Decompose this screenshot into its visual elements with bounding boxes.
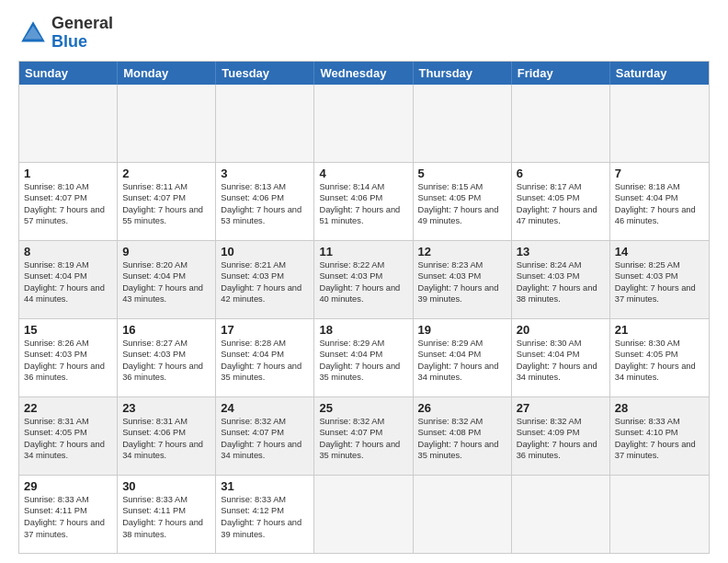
sunset-text: Sunset: 4:04 PM xyxy=(418,349,506,361)
sunrise-text: Sunrise: 8:20 AM xyxy=(122,259,210,271)
calendar-cell xyxy=(19,85,118,162)
calendar-cell: 13 Sunrise: 8:24 AM Sunset: 4:03 PM Dayl… xyxy=(512,241,610,318)
sunrise-text: Sunrise: 8:11 AM xyxy=(122,181,210,193)
daylight-text: Daylight: 7 hours and 39 minutes. xyxy=(418,282,506,305)
sunrise-text: Sunrise: 8:18 AM xyxy=(615,181,704,193)
daylight-text: Daylight: 7 hours and 35 minutes. xyxy=(319,439,407,462)
day-number: 14 xyxy=(615,245,704,259)
calendar-cell: 9 Sunrise: 8:20 AM Sunset: 4:04 PM Dayli… xyxy=(118,241,216,318)
calendar-cell: 31 Sunrise: 8:33 AM Sunset: 4:12 PM Dayl… xyxy=(216,476,314,553)
sunset-text: Sunset: 4:08 PM xyxy=(418,427,506,439)
sunset-text: Sunset: 4:05 PM xyxy=(24,427,112,439)
daylight-text: Daylight: 7 hours and 55 minutes. xyxy=(122,204,210,227)
calendar-header: Sunday Monday Tuesday Wednesday Thursday… xyxy=(19,62,709,85)
daylight-text: Daylight: 7 hours and 38 minutes. xyxy=(517,282,605,305)
day-number: 29 xyxy=(24,479,112,493)
sunrise-text: Sunrise: 8:31 AM xyxy=(24,416,112,428)
calendar-cell: 2 Sunrise: 8:11 AM Sunset: 4:07 PM Dayli… xyxy=(118,163,216,240)
calendar-cell: 30 Sunrise: 8:33 AM Sunset: 4:11 PM Dayl… xyxy=(118,476,216,553)
calendar-cell: 25 Sunrise: 8:32 AM Sunset: 4:07 PM Dayl… xyxy=(314,397,413,475)
day-number: 24 xyxy=(221,401,309,415)
day-number: 21 xyxy=(615,323,704,337)
sunrise-text: Sunrise: 8:32 AM xyxy=(221,416,309,428)
calendar-cell: 18 Sunrise: 8:29 AM Sunset: 4:04 PM Dayl… xyxy=(314,319,413,396)
daylight-text: Daylight: 7 hours and 44 minutes. xyxy=(24,282,112,305)
sunrise-text: Sunrise: 8:27 AM xyxy=(122,338,210,350)
sunset-text: Sunset: 4:04 PM xyxy=(24,270,112,282)
sunset-text: Sunset: 4:07 PM xyxy=(24,192,112,204)
calendar-row-0 xyxy=(19,85,709,162)
sunrise-text: Sunrise: 8:33 AM xyxy=(122,494,210,506)
sunset-text: Sunset: 4:04 PM xyxy=(615,192,704,204)
calendar-cell: 24 Sunrise: 8:32 AM Sunset: 4:07 PM Dayl… xyxy=(216,397,314,475)
daylight-text: Daylight: 7 hours and 47 minutes. xyxy=(517,204,605,227)
calendar-cell xyxy=(610,85,709,162)
day-number: 7 xyxy=(615,167,704,180)
day-number: 15 xyxy=(24,323,112,337)
sunrise-text: Sunrise: 8:25 AM xyxy=(615,259,704,271)
daylight-text: Daylight: 7 hours and 34 minutes. xyxy=(418,361,506,384)
daylight-text: Daylight: 7 hours and 34 minutes. xyxy=(24,439,112,462)
daylight-text: Daylight: 7 hours and 53 minutes. xyxy=(221,204,309,227)
daylight-text: Daylight: 7 hours and 42 minutes. xyxy=(221,282,309,305)
calendar-cell: 8 Sunrise: 8:19 AM Sunset: 4:04 PM Dayli… xyxy=(19,241,118,318)
sunset-text: Sunset: 4:07 PM xyxy=(221,427,309,439)
day-number: 16 xyxy=(122,323,210,337)
daylight-text: Daylight: 7 hours and 49 minutes. xyxy=(418,204,506,227)
calendar-cell xyxy=(118,85,216,162)
sunrise-text: Sunrise: 8:15 AM xyxy=(418,181,506,193)
calendar-cell: 5 Sunrise: 8:15 AM Sunset: 4:05 PM Dayli… xyxy=(414,163,512,240)
daylight-text: Daylight: 7 hours and 36 minutes. xyxy=(517,439,605,462)
sunset-text: Sunset: 4:04 PM xyxy=(517,349,605,361)
calendar-cell: 26 Sunrise: 8:32 AM Sunset: 4:08 PM Dayl… xyxy=(414,397,512,475)
sunset-text: Sunset: 4:04 PM xyxy=(319,349,407,361)
day-number: 2 xyxy=(122,167,210,180)
day-number: 5 xyxy=(418,167,506,180)
sunrise-text: Sunrise: 8:13 AM xyxy=(221,181,309,193)
sunrise-text: Sunrise: 8:22 AM xyxy=(319,259,407,271)
header: General Blue xyxy=(18,15,710,52)
sunset-text: Sunset: 4:05 PM xyxy=(517,192,605,204)
day-number: 9 xyxy=(122,245,210,259)
calendar-cell: 27 Sunrise: 8:32 AM Sunset: 4:09 PM Dayl… xyxy=(512,397,610,475)
sunrise-text: Sunrise: 8:33 AM xyxy=(221,494,309,506)
sunset-text: Sunset: 4:04 PM xyxy=(221,349,309,361)
sunrise-text: Sunrise: 8:14 AM xyxy=(319,181,407,193)
calendar: Sunday Monday Tuesday Wednesday Thursday… xyxy=(18,61,710,554)
sunset-text: Sunset: 4:06 PM xyxy=(319,192,407,204)
calendar-row-2: 8 Sunrise: 8:19 AM Sunset: 4:04 PM Dayli… xyxy=(19,240,709,318)
day-number: 22 xyxy=(24,401,112,415)
daylight-text: Daylight: 7 hours and 34 minutes. xyxy=(221,439,309,462)
day-number: 6 xyxy=(517,167,605,180)
day-number: 27 xyxy=(517,401,605,415)
day-number: 18 xyxy=(319,323,407,337)
daylight-text: Daylight: 7 hours and 37 minutes. xyxy=(615,439,704,462)
header-monday: Monday xyxy=(118,62,216,85)
calendar-cell xyxy=(512,85,610,162)
sunset-text: Sunset: 4:05 PM xyxy=(418,192,506,204)
day-number: 28 xyxy=(615,401,704,415)
logo-icon xyxy=(18,18,48,48)
sunrise-text: Sunrise: 8:21 AM xyxy=(221,259,309,271)
day-number: 10 xyxy=(221,245,309,259)
sunset-text: Sunset: 4:03 PM xyxy=(319,270,407,282)
calendar-cell: 28 Sunrise: 8:33 AM Sunset: 4:10 PM Dayl… xyxy=(610,397,709,475)
calendar-cell xyxy=(216,85,314,162)
daylight-text: Daylight: 7 hours and 37 minutes. xyxy=(24,517,112,540)
calendar-cell: 6 Sunrise: 8:17 AM Sunset: 4:05 PM Dayli… xyxy=(512,163,610,240)
calendar-cell: 15 Sunrise: 8:26 AM Sunset: 4:03 PM Dayl… xyxy=(19,319,118,396)
calendar-cell: 10 Sunrise: 8:21 AM Sunset: 4:03 PM Dayl… xyxy=(216,241,314,318)
daylight-text: Daylight: 7 hours and 57 minutes. xyxy=(24,204,112,227)
sunset-text: Sunset: 4:03 PM xyxy=(615,270,704,282)
daylight-text: Daylight: 7 hours and 34 minutes. xyxy=(615,361,704,384)
daylight-text: Daylight: 7 hours and 34 minutes. xyxy=(122,439,210,462)
calendar-cell xyxy=(314,476,413,553)
calendar-cell: 4 Sunrise: 8:14 AM Sunset: 4:06 PM Dayli… xyxy=(314,163,413,240)
sunset-text: Sunset: 4:03 PM xyxy=(122,349,210,361)
sunset-text: Sunset: 4:03 PM xyxy=(24,349,112,361)
calendar-cell: 22 Sunrise: 8:31 AM Sunset: 4:05 PM Dayl… xyxy=(19,397,118,475)
calendar-cell: 20 Sunrise: 8:30 AM Sunset: 4:04 PM Dayl… xyxy=(512,319,610,396)
sunrise-text: Sunrise: 8:26 AM xyxy=(24,338,112,350)
sunrise-text: Sunrise: 8:32 AM xyxy=(418,416,506,428)
calendar-body: 1 Sunrise: 8:10 AM Sunset: 4:07 PM Dayli… xyxy=(19,85,709,553)
